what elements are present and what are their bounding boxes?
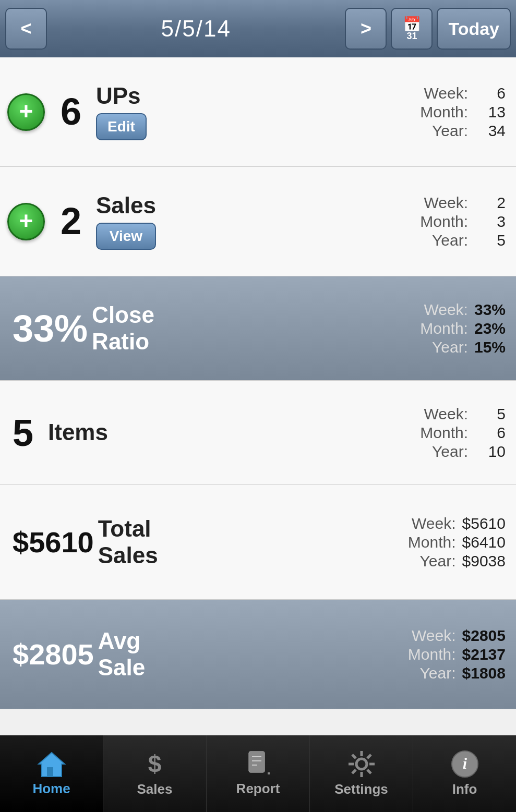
close-month-value: 23% (474, 320, 506, 337)
avg-label-col: Avg Sale (98, 628, 146, 680)
report-nav-label: Report (236, 781, 280, 797)
close-value: 33% (13, 307, 88, 350)
sales-year-value: 5 (474, 232, 506, 249)
info-icon: i (451, 750, 479, 778)
sales-add-button[interactable] (7, 203, 45, 240)
close-week-value: 33% (474, 301, 506, 319)
avg-week-label: Week: (409, 627, 456, 645)
svg-line-16 (367, 755, 371, 758)
svg-text:i: i (462, 755, 467, 772)
svg-line-14 (352, 755, 356, 758)
avg-center: $2805 Avg Sale (0, 628, 408, 680)
nav-sales[interactable]: $ Sales (103, 735, 207, 812)
total-year-value: $9038 (462, 552, 506, 570)
items-count: 5 (13, 411, 44, 454)
ups-month-value: 13 (474, 103, 506, 121)
avg-label1: Avg (98, 628, 146, 653)
items-week-line: Week: 5 (420, 405, 506, 423)
total-sales-row: $5610 Total Sales Week: $5610 Month: $64… (0, 485, 516, 600)
ups-label-col: UPs Edit (96, 83, 147, 140)
close-year-line: Year: 15% (420, 338, 506, 356)
sales-label-col: Sales View (96, 193, 156, 249)
svg-rect-1 (47, 767, 53, 777)
total-week-label: Week: (409, 515, 456, 532)
sales-stats: Week: 2 Month: 3 Year: 5 (420, 194, 516, 249)
avg-year-value: $1808 (462, 664, 506, 682)
ups-center: 6 UPs Edit (52, 83, 420, 140)
prev-button[interactable]: < (5, 8, 47, 50)
ups-year-value: 34 (474, 122, 506, 140)
sales-month-label: Month: (420, 213, 468, 231)
nav-info[interactable]: i Info (413, 735, 516, 812)
sales-center: 2 Sales View (52, 193, 420, 249)
items-center: 5 Items (0, 411, 420, 454)
close-ratio-row: 33% Close Ratio Week: 33% Month: 23% Yea… (0, 276, 516, 381)
sales-label: Sales (96, 193, 156, 218)
calendar-button[interactable]: 📅 31 (391, 8, 433, 50)
sales-year-label: Year: (421, 232, 468, 249)
ups-row: 6 UPs Edit Week: 6 Month: 13 Year: 34 (0, 57, 516, 167)
close-year-label: Year: (421, 338, 468, 356)
ups-edit-button[interactable]: Edit (96, 113, 147, 140)
stats-container: 6 UPs Edit Week: 6 Month: 13 Year: 34 (0, 57, 516, 793)
nav-report[interactable]: Report (207, 735, 310, 812)
items-month-line: Month: 6 (420, 424, 506, 442)
items-label: Items (48, 420, 108, 445)
next-button[interactable]: > (345, 8, 387, 50)
ups-year-line: Year: 34 (420, 122, 506, 140)
svg-rect-2 (249, 752, 265, 772)
svg-line-15 (367, 770, 371, 773)
sales-view-button[interactable]: View (96, 223, 156, 250)
nav-home[interactable]: Home (0, 735, 103, 812)
total-year-label: Year: (409, 552, 456, 570)
ups-month-line: Month: 13 (420, 103, 506, 121)
close-label1: Close (92, 302, 154, 328)
close-center: 33% Close Ratio (0, 302, 420, 354)
total-center: $5610 Total Sales (0, 516, 408, 568)
bottom-navigation: Home $ Sales Report (0, 735, 516, 812)
home-label: Home (32, 781, 70, 797)
total-label-col: Total Sales (98, 516, 158, 568)
sales-nav-label: Sales (137, 781, 173, 797)
sales-week-label: Week: (421, 194, 468, 212)
svg-point-9 (356, 759, 367, 769)
avg-year-label: Year: (409, 664, 456, 682)
sales-year-line: Year: 5 (420, 232, 506, 249)
items-year-value: 10 (474, 443, 506, 460)
ups-week-value: 6 (474, 84, 506, 102)
close-year-value: 15% (474, 338, 506, 356)
ups-week-label: Week: (421, 84, 468, 102)
items-label-col: Items (48, 420, 108, 445)
close-month-label: Month: (420, 320, 468, 337)
cal-date: 31 (406, 31, 417, 42)
close-month-line: Month: 23% (420, 320, 506, 337)
today-button[interactable]: Today (437, 8, 511, 50)
ups-count: 6 (61, 90, 92, 133)
avg-month-line: Month: $2137 (408, 646, 506, 663)
sales-count: 2 (61, 200, 92, 243)
sales-month-line: Month: 3 (420, 213, 506, 231)
items-stats: Week: 5 Month: 6 Year: 10 (420, 405, 516, 460)
avg-month-label: Month: (408, 646, 456, 663)
items-month-value: 6 (474, 424, 506, 442)
ups-add-button[interactable] (7, 93, 45, 131)
settings-icon (347, 750, 376, 778)
ups-stats: Week: 6 Month: 13 Year: 34 (420, 84, 516, 140)
avg-label2: Sale (98, 655, 146, 680)
nav-settings[interactable]: Settings (310, 735, 413, 812)
total-label2: Sales (98, 543, 158, 568)
close-week-line: Week: 33% (420, 301, 506, 319)
total-month-label: Month: (408, 534, 456, 551)
svg-line-17 (352, 770, 356, 773)
avg-year-line: Year: $1808 (408, 664, 506, 682)
close-label2: Ratio (92, 329, 154, 354)
avg-stats: Week: $2805 Month: $2137 Year: $1808 (408, 627, 516, 682)
items-row: 5 Items Week: 5 Month: 6 Year: 10 (0, 381, 516, 485)
avg-week-line: Week: $2805 (408, 627, 506, 645)
avg-month-value: $2137 (462, 646, 506, 663)
items-year-label: Year: (421, 443, 468, 460)
total-month-line: Month: $6410 (408, 534, 506, 551)
ups-label: UPs (96, 83, 147, 108)
settings-nav-label: Settings (334, 781, 388, 797)
ups-add-area (0, 88, 52, 136)
